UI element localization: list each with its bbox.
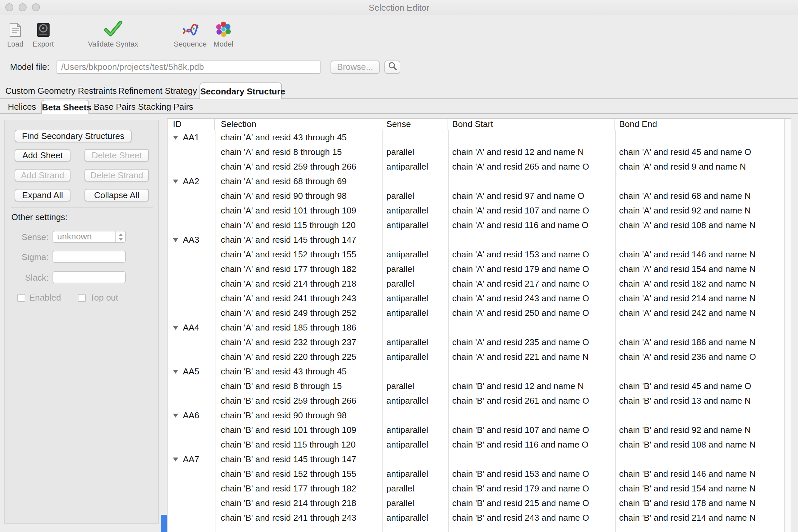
- selection-cell: chain 'A' and resid 241 through 243: [215, 291, 382, 306]
- column-header-bond-start[interactable]: Bond Start: [448, 119, 615, 130]
- sheet-row[interactable]: AA7chain 'B' and resid 145 through 147: [168, 452, 784, 467]
- tab-refinement-strategy[interactable]: Refinement Strategy: [117, 82, 198, 99]
- top-out-checkbox-label: Top out: [90, 292, 118, 303]
- sense-cell: parallel: [382, 277, 448, 291]
- strand-row[interactable]: chain 'B' and resid 177 through 182paral…: [168, 481, 784, 496]
- disclosure-triangle-icon[interactable]: [173, 370, 178, 374]
- add-sheet-button[interactable]: Add Sheet: [15, 149, 71, 162]
- strand-row[interactable]: chain 'A' and resid 8 through 15parallel…: [168, 145, 784, 159]
- disclosure-triangle-icon[interactable]: [173, 414, 178, 418]
- sense-cell: antiparallel: [382, 159, 448, 174]
- subtab-base-pairs[interactable]: Base Pairs: [94, 100, 135, 114]
- column-header-selection[interactable]: Selection: [215, 119, 382, 130]
- sheet-id: AA7: [183, 452, 199, 467]
- model-file-input[interactable]: /Users/bkpoon/projects/test/5h8k.pdb: [57, 60, 321, 74]
- delete-sheet-button[interactable]: Delete Sheet: [84, 149, 149, 162]
- sigma-input[interactable]: [53, 251, 126, 263]
- selection-cell: chain 'B' and resid 259 through 266: [215, 394, 382, 408]
- collapse-all-button[interactable]: Collapse All: [84, 189, 149, 202]
- browse-button[interactable]: Browse...: [330, 60, 380, 74]
- bond-start-cell: chain 'B' and resid 215 and name O: [448, 496, 615, 511]
- bond-end-cell: [615, 364, 784, 379]
- strand-row[interactable]: chain 'A' and resid 214 through 218paral…: [168, 277, 784, 291]
- vertical-scrollbar[interactable]: [784, 119, 791, 532]
- strand-row[interactable]: chain 'A' and resid 259 through 266antip…: [168, 159, 784, 174]
- toolbar-item-export[interactable]: Export: [33, 17, 54, 48]
- bond-start-cell: chain 'A' and resid 12 and name N: [448, 145, 615, 159]
- sheet-row[interactable]: AA6chain 'B' and resid 90 through 98: [168, 408, 784, 423]
- sheet-id: AA4: [183, 321, 199, 335]
- add-strand-button[interactable]: Add Strand: [15, 169, 71, 182]
- selection-cell: chain 'A' and resid 259 through 266: [215, 159, 382, 174]
- sense-cell: parallel: [382, 262, 448, 277]
- sense-dropdown[interactable]: unknown: [53, 231, 126, 243]
- toolbar-item-model[interactable]: Model: [213, 17, 233, 48]
- toolbar-item-validate-syntax[interactable]: Validate Syntax: [88, 17, 138, 48]
- delete-strand-button[interactable]: Delete Strand: [84, 169, 149, 182]
- bond-start-cell: chain 'A' and resid 265 and name O: [448, 159, 615, 174]
- disclosure-triangle-icon[interactable]: [173, 326, 178, 330]
- id-cell: AA1: [168, 130, 215, 145]
- strand-row[interactable]: chain 'B' and resid 241 through 243antip…: [168, 511, 784, 525]
- selection-cell: chain 'A' and resid 177 through 182: [215, 262, 382, 277]
- toolbar-label-load: Load: [7, 40, 24, 48]
- disclosure-triangle-icon[interactable]: [173, 136, 178, 140]
- enabled-checkbox[interactable]: [17, 294, 25, 302]
- tab-custom-geometry-restraints[interactable]: Custom Geometry Restraints: [5, 82, 112, 99]
- strand-row[interactable]: chain 'A' and resid 220 through 225antip…: [168, 350, 784, 364]
- toolbar-item-sequence[interactable]: Sequence: [174, 17, 207, 48]
- slack-input[interactable]: [53, 271, 126, 283]
- strand-row[interactable]: chain 'A' and resid 152 through 155antip…: [168, 247, 784, 262]
- disclosure-triangle-icon[interactable]: [173, 238, 178, 242]
- column-header-id[interactable]: ID: [168, 119, 215, 130]
- disclosure-triangle-icon[interactable]: [173, 179, 178, 184]
- disclosure-triangle-icon[interactable]: [173, 457, 178, 461]
- id-cell: [168, 189, 215, 204]
- subtab-helices[interactable]: Helices: [7, 100, 37, 114]
- sheet-row[interactable]: AA2chain 'A' and resid 68 through 69: [168, 174, 784, 189]
- strand-row[interactable]: chain 'A' and resid 249 through 252antip…: [168, 306, 784, 321]
- sheet-row[interactable]: AA5chain 'B' and resid 43 through 45: [168, 364, 784, 379]
- toolbar-item-load[interactable]: Load: [7, 17, 24, 48]
- column-divider: [448, 130, 449, 532]
- strand-row[interactable]: chain 'A' and resid 90 through 98paralle…: [168, 189, 784, 204]
- strand-row[interactable]: chain 'B' and resid 8 through 15parallel…: [168, 379, 784, 394]
- bond-start-cell: chain 'A' and resid 235 and name O: [448, 335, 615, 350]
- sense-cell: antiparallel: [382, 394, 448, 408]
- strand-row[interactable]: chain 'B' and resid 101 through 109antip…: [168, 423, 784, 438]
- strand-row[interactable]: chain 'B' and resid 259 through 266antip…: [168, 394, 784, 408]
- bond-start-cell: chain 'B' and resid 12 and name N: [448, 379, 615, 394]
- strand-row[interactable]: chain 'A' and resid 115 through 120antip…: [168, 218, 784, 233]
- id-cell: AA7: [168, 452, 215, 467]
- strand-row[interactable]: chain 'A' and resid 232 through 237antip…: [168, 335, 784, 350]
- strand-row[interactable]: chain 'A' and resid 101 through 109antip…: [168, 204, 784, 218]
- subtab-beta-sheets[interactable]: Beta Sheets: [41, 100, 89, 114]
- bond-start-cell: chain 'A' and resid 153 and name O: [448, 247, 615, 262]
- subtab-stacking-pairs[interactable]: Stacking Pairs: [137, 100, 194, 114]
- sense-cell: parallel: [382, 189, 448, 204]
- search-button[interactable]: [384, 60, 400, 74]
- id-cell: [168, 394, 215, 408]
- sheet-row[interactable]: AA1chain 'A' and resid 43 through 45: [168, 130, 784, 145]
- strand-row[interactable]: chain 'B' and resid 152 through 155antip…: [168, 467, 784, 481]
- strand-row[interactable]: chain 'A' and resid 177 through 182paral…: [168, 262, 784, 277]
- sheet-row[interactable]: AA4chain 'A' and resid 185 through 186: [168, 321, 784, 335]
- strand-row[interactable]: chain 'B' and resid 115 through 120antip…: [168, 438, 784, 452]
- column-header-sense[interactable]: Sense: [382, 119, 448, 130]
- strand-row[interactable]: chain 'B' and resid 214 through 218paral…: [168, 496, 784, 511]
- column-header-bond-end[interactable]: Bond End: [615, 119, 784, 130]
- bond-end-cell: chain 'B' and resid 13 and name N: [615, 394, 784, 408]
- sheet-row[interactable]: AA3chain 'A' and resid 145 through 147: [168, 233, 784, 247]
- top-out-checkbox[interactable]: [78, 294, 86, 302]
- bond-end-cell: [615, 174, 784, 189]
- find-secondary-structures-button[interactable]: Find Secondary Structures: [15, 130, 132, 142]
- selection-cell: chain 'A' and resid 115 through 120: [215, 218, 382, 233]
- sub-tab-bar: Helices Beta Sheets Base Pairs Stacking …: [0, 100, 798, 114]
- tab-secondary-structure[interactable]: Secondary Structure: [200, 82, 282, 99]
- expand-all-button[interactable]: Expand All: [15, 189, 71, 202]
- strand-row[interactable]: chain 'A' and resid 241 through 243antip…: [168, 291, 784, 306]
- sense-cell: [382, 233, 448, 247]
- selection-cell: chain 'B' and resid 145 through 147: [215, 452, 382, 467]
- sense-cell: parallel: [382, 145, 448, 159]
- other-settings-label: Other settings:: [11, 212, 68, 222]
